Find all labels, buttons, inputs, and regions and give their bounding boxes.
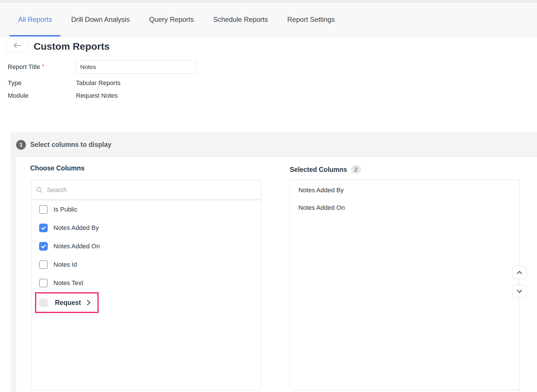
column-row-notes-id[interactable]: Notes Id xyxy=(31,255,261,274)
type-value: Tabular Reports xyxy=(76,77,120,89)
column-label: Notes Added By xyxy=(53,224,99,232)
selected-columns-heading: Selected Columns 2 xyxy=(290,165,361,174)
selected-column-row[interactable]: Notes Added By xyxy=(290,181,519,199)
column-row-request-highlighted[interactable]: Request xyxy=(35,292,99,313)
required-asterisk: * xyxy=(42,63,45,70)
custom-reports-page: All Reports Drill Down Analysis Query Re… xyxy=(0,0,537,392)
check-icon xyxy=(40,243,47,249)
selected-columns-list: Notes Added By Notes Added On xyxy=(290,179,519,390)
column-label: Notes Added On xyxy=(53,243,100,250)
report-title-input[interactable] xyxy=(76,60,196,74)
tab-drill-down-analysis[interactable]: Drill Down Analysis xyxy=(62,3,138,36)
move-up-button[interactable] xyxy=(512,266,527,279)
arrow-left-icon xyxy=(12,42,22,49)
report-tabs-bar: All Reports Drill Down Analysis Query Re… xyxy=(0,0,537,36)
chevron-right-icon xyxy=(86,299,91,306)
column-row-notes-text[interactable]: Notes Text xyxy=(31,274,261,292)
step-number-badge: 1 xyxy=(16,140,26,150)
checkbox-unchecked[interactable] xyxy=(39,279,48,287)
selected-column-row[interactable]: Notes Added On xyxy=(290,199,519,216)
tab-report-settings[interactable]: Report Settings xyxy=(279,3,343,36)
report-title-label-text: Report Title xyxy=(8,63,40,70)
column-label: Notes Text xyxy=(53,279,83,287)
back-button[interactable] xyxy=(6,39,28,52)
column-label: Notes Id xyxy=(53,261,77,268)
selected-count-badge: 2 xyxy=(351,165,361,174)
column-search-box xyxy=(31,180,261,200)
column-row-is-public[interactable]: Is Public xyxy=(31,200,261,219)
chevron-up-icon xyxy=(516,270,523,275)
move-down-button[interactable] xyxy=(512,285,527,298)
choose-columns-heading: Choose Columns xyxy=(30,163,85,173)
module-value: Request Notes xyxy=(76,89,118,102)
search-icon xyxy=(36,187,43,193)
tab-schedule-reports[interactable]: Schedule Reports xyxy=(205,3,277,36)
checkbox-disabled[interactable] xyxy=(39,298,48,307)
report-title-label: Report Title* xyxy=(8,60,44,74)
checkbox-unchecked[interactable] xyxy=(39,260,48,269)
type-label: Type xyxy=(8,77,22,89)
selected-columns-heading-text: Selected Columns xyxy=(290,165,347,174)
column-label: Request xyxy=(55,299,81,307)
choose-columns-list: Is Public Notes Added By Notes Added On … xyxy=(31,200,261,390)
column-row-notes-added-by[interactable]: Notes Added By xyxy=(31,219,261,237)
section-title: Select columns to display xyxy=(30,141,111,149)
module-label: Module xyxy=(8,89,28,102)
chevron-down-icon xyxy=(516,289,523,294)
tab-all-reports[interactable]: All Reports xyxy=(9,3,60,36)
check-icon xyxy=(40,225,47,231)
column-label: Is Public xyxy=(53,206,77,213)
section-header: 1 Select columns to display xyxy=(11,133,537,156)
column-row-notes-added-on[interactable]: Notes Added On xyxy=(31,237,261,255)
checkbox-unchecked[interactable] xyxy=(39,205,48,214)
checkbox-checked[interactable] xyxy=(39,224,48,232)
checkbox-checked[interactable] xyxy=(39,242,48,251)
page-title: Custom Reports xyxy=(34,40,110,53)
column-search-input[interactable] xyxy=(46,186,261,194)
tab-query-reports[interactable]: Query Reports xyxy=(140,3,202,36)
